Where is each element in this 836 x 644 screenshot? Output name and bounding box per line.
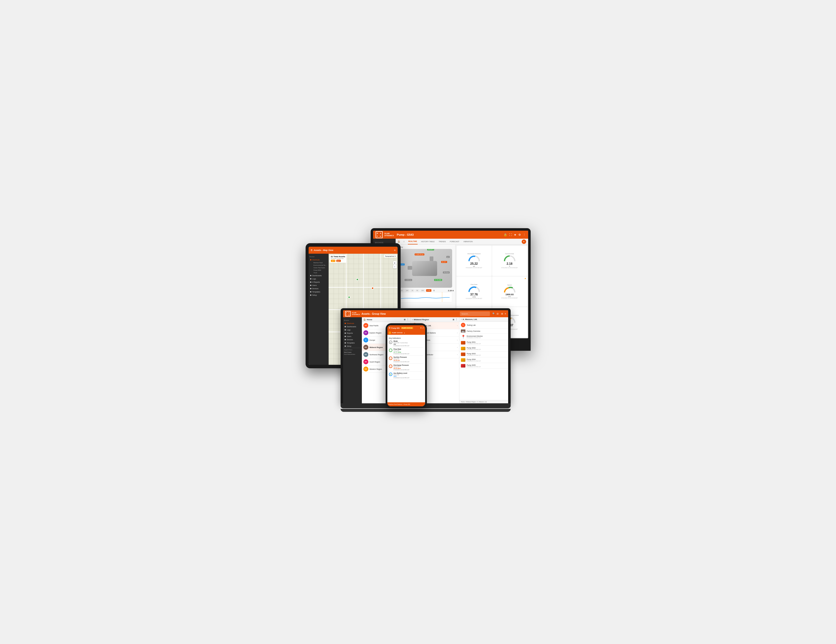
arrow-dp: › xyxy=(457,347,458,348)
zoom-in-button[interactable]: + xyxy=(393,261,397,265)
tablet-sidebar-users[interactable]: Users xyxy=(309,284,328,287)
chart-controls: 📅 1H 12H 1D 5D 20D LIVE ⏸ 2.18 A xyxy=(397,289,454,292)
settings-icon[interactable]: ⚙ xyxy=(518,233,521,237)
asset-pump-0002[interactable]: Pump 0002 07/28/2020 3:56 PM CDT xyxy=(459,346,508,351)
home-col-options[interactable]: ⊞ xyxy=(404,319,406,321)
total-assets-label: 31 Total Assets xyxy=(331,255,345,258)
tablet-sub-greentest[interactable]: Green Test Asset xyxy=(312,266,328,269)
avatar-tl: TL xyxy=(461,323,465,327)
monitor-tabs-bar: 🏠 ⊞ REALTIME HISTORY TABLE TRENDS FORECA… xyxy=(396,239,528,245)
asset-name-testing-lab: Testing Lab xyxy=(467,324,506,326)
time-btn-live[interactable]: LIVE xyxy=(426,289,431,292)
laptop-sidebar-logs[interactable]: Logs xyxy=(343,328,362,332)
phone-indicator-battery: 🔋 Aux Battery Level Pump 009 32% 07/28/2… xyxy=(389,371,424,379)
tablet-sidebar-dashboards[interactable]: Dashboards xyxy=(309,274,328,277)
view-mode-selector[interactable]: Topographical ▾ xyxy=(384,255,396,257)
asset-testing-lab[interactable]: TL Testing Lab xyxy=(459,322,508,329)
map-pin-green2[interactable] xyxy=(356,278,359,281)
star-icon[interactable]: ★ xyxy=(514,233,516,237)
asset-name-p0004: Pump 0004 07/28/2020 2:31 PM CDT xyxy=(467,358,506,362)
map-pin-red[interactable] xyxy=(371,287,374,289)
phone-hamburger-icon[interactable]: ☰ xyxy=(389,327,390,329)
laptop-sidebar-templates[interactable]: Templates xyxy=(343,341,362,345)
grid-view-icon[interactable]: ⊞ xyxy=(501,312,503,315)
timed-out-label: 24 Assets Timed Out xyxy=(331,258,345,259)
asset-environment-monitor[interactable]: 📍 Environment Monitor 07/28/2020 2:34 PM… xyxy=(459,334,508,340)
add-button[interactable]: + xyxy=(522,239,526,244)
laptop-user-name: Nick Green xyxy=(343,351,362,353)
asset-pump-0001[interactable]: Pump 0001 07/28/2020 3:56 PM CDT xyxy=(459,340,508,346)
tablet-sidebar-reports[interactable]: 4 Reports xyxy=(309,281,328,284)
avatar-er: ER xyxy=(363,330,368,335)
expand-icon[interactable]: ⛶ xyxy=(509,233,512,237)
avatar-e: E xyxy=(363,338,368,343)
tab-forecast[interactable]: FORECAST xyxy=(449,239,460,244)
tablet-page-title: Assets - Map View xyxy=(314,249,333,252)
search-icon[interactable]: 🔍 xyxy=(492,312,495,315)
midwest-col-more[interactable]: ⋮ xyxy=(456,318,458,321)
laptop-search-input[interactable] xyxy=(460,312,490,316)
laptop-support-docs[interactable]: Support Docs xyxy=(343,348,362,351)
hamburger-icon[interactable]: ☰ xyxy=(310,249,312,252)
tab-vibration[interactable]: VIBRATION xyxy=(463,239,473,244)
phone-share-icon[interactable]: ⤴ xyxy=(423,327,424,329)
lock-icon[interactable]: 🔒 xyxy=(504,233,507,237)
tab-history[interactable]: HISTORY TABLE xyxy=(421,239,435,244)
zoom-out-button[interactable]: − xyxy=(393,265,397,268)
gauge-speed: ▲ Speed 1900.93 rpm 07/21/2 xyxy=(492,276,527,307)
tablet-sub-pump0002[interactable]: Pump 0002 xyxy=(312,269,328,271)
asset-pump-0003[interactable]: Pump 0003 07/28/2020 2:40 PM CDT xyxy=(459,351,508,357)
tab-realtime[interactable]: REALTIME xyxy=(408,239,418,244)
reports-dot xyxy=(310,281,311,283)
back-icon2[interactable]: ‹ xyxy=(461,318,462,320)
flow-rate-chart-area: 📅 1H 12H 1D 5D 20D LIVE ⏸ 2.18 A xyxy=(397,289,454,303)
logs-dot xyxy=(345,329,346,330)
tablet-sidebar-templates[interactable]: Templates xyxy=(309,290,328,294)
laptop-sidebar-devices[interactable]: Devices xyxy=(343,338,362,341)
tablet-sub-truck[interactable]: Truck xyxy=(312,271,328,274)
list-view-icon[interactable]: ≡ xyxy=(505,312,506,315)
time-btn-20d[interactable]: 20D xyxy=(420,289,425,292)
back-icon[interactable]: ‹ xyxy=(412,319,413,321)
laptop-sidebar-reports[interactable]: Reports xyxy=(343,332,362,335)
midwest-col-options[interactable]: ⊞ xyxy=(452,319,454,321)
home-col-more[interactable]: ⋮ xyxy=(407,318,409,321)
home-icon[interactable]: 🏠 xyxy=(398,240,400,243)
pump-body-container: ⬆ 91.87°F ⬆ 1900.93 rpm 2.18 A 0.0420 in… xyxy=(412,261,437,276)
tablet-sidebar-shortcuts[interactable]: Shortcuts xyxy=(309,258,328,262)
pause-icon[interactable]: ⏸ xyxy=(433,289,435,292)
asset-pump-0005[interactable]: Pump 0005 07/28/2020 2:34 PM CDT xyxy=(459,363,508,369)
filter-icon[interactable]: ⊟ xyxy=(496,312,499,315)
map-pin-green[interactable] xyxy=(348,296,350,299)
flow-rate-chart-svg: 2.5 0 -0.2 xyxy=(397,292,452,302)
time-btn-5d[interactable]: 5D xyxy=(415,289,420,292)
time-btn-12h[interactable]: 12H xyxy=(405,289,409,292)
laptop-sidebar-setup[interactable]: Setup xyxy=(343,345,362,348)
phone-device: ☰ Pump 009 PUMP STATUS ☆ ⤴ PUMP STATUS ▾… xyxy=(385,323,427,408)
phone-indicator-flow: ✓ Flow Rate Pump 009 37.77 GPM 07/28/202… xyxy=(389,348,424,356)
gauge-arc-speed xyxy=(503,286,516,293)
gauge-icon-discharge: ◎ xyxy=(389,364,392,368)
time-btn-1d[interactable]: 1D xyxy=(410,289,415,292)
laptop-sidebar-dashboards[interactable]: Dashboards xyxy=(343,325,362,328)
pump-status-label: PUMP STATUS xyxy=(392,332,403,333)
tablet-sub-environmental[interactable]: Environmental Sens... xyxy=(312,264,328,266)
more-icon[interactable]: ⋮ xyxy=(523,233,526,237)
tablet-sidebar-devices[interactable]: Devices xyxy=(309,287,328,290)
phone-bookmark-icon[interactable]: ☆ xyxy=(420,327,421,329)
bookmark-icon[interactable]: ☆ xyxy=(394,249,396,252)
grid-icon[interactable]: ⊞ xyxy=(403,240,405,243)
tablet-sidebar-logs[interactable]: Logs xyxy=(309,277,328,281)
pump-icon-0003 xyxy=(461,353,465,356)
laptop-sidebar-users[interactable]: Users xyxy=(343,335,362,338)
tablet-sub-beehive[interactable]: Beehive Fluid xyxy=(312,262,328,264)
laptop-sidebar-shortcuts[interactable]: Shortcuts xyxy=(343,322,362,325)
phone-pump-status-badge: PUMP STATUS xyxy=(401,327,413,329)
laptop-app-header: BAFH FLUIDDYNAMICS Assets - Group View 🔍… xyxy=(343,310,508,317)
tab-trends[interactable]: TRENDS xyxy=(438,239,446,244)
factory-icon xyxy=(461,330,465,332)
asset-factory-overview[interactable]: Factory Overview xyxy=(459,329,508,334)
tablet-browse-section: Browse xyxy=(309,255,328,258)
tablet-sidebar-setup[interactable]: Setup xyxy=(309,294,328,297)
asset-pump-0004[interactable]: Pump 0004 07/28/2020 2:31 PM CDT xyxy=(459,357,508,363)
